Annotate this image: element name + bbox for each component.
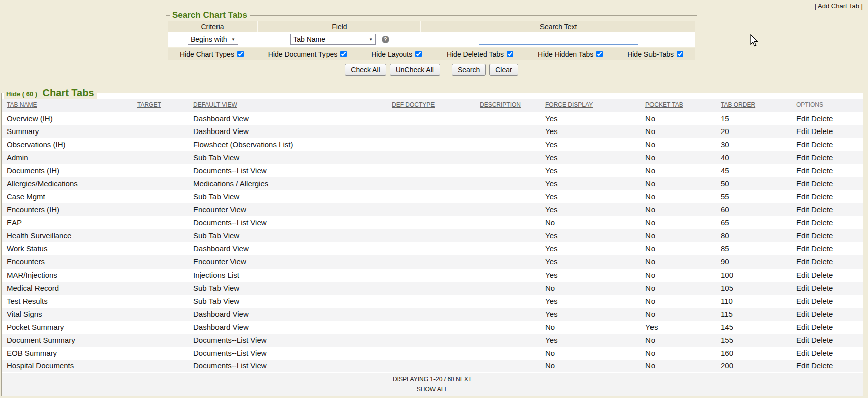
- options-column-header: OPTIONS: [796, 101, 823, 108]
- edit-link[interactable]: Edit: [796, 284, 809, 292]
- delete-link[interactable]: Delete: [811, 284, 833, 292]
- edit-link[interactable]: Edit: [796, 361, 809, 370]
- delete-link[interactable]: Delete: [811, 297, 833, 305]
- sort-description[interactable]: DESCRIPTION: [480, 101, 521, 108]
- separator: |: [815, 2, 816, 10]
- search-text-input[interactable]: [479, 34, 638, 45]
- edit-link[interactable]: Edit: [796, 257, 809, 266]
- options-cell: Edit Delete: [791, 229, 863, 242]
- pocket-tab-cell: No: [640, 308, 716, 321]
- sort-default-view[interactable]: DEFAULT VIEW: [193, 101, 237, 108]
- edit-link[interactable]: Edit: [796, 336, 809, 344]
- delete-link[interactable]: Delete: [811, 153, 833, 162]
- edit-link[interactable]: Edit: [796, 127, 809, 136]
- sort-pocket-tab[interactable]: POCKET TAB: [645, 101, 683, 108]
- hide-filter-input[interactable]: [677, 51, 683, 57]
- table-header-row: TAB NAME TARGET DEFAULT VIEW DEF DOCTYPE…: [2, 99, 863, 112]
- search-panel-title: Search Chart Tabs: [170, 10, 250, 20]
- hide-filter-checkbox[interactable]: Hide Sub-Tabs: [627, 50, 683, 58]
- hide-filter-input[interactable]: [237, 51, 244, 57]
- delete-link[interactable]: Delete: [811, 192, 833, 201]
- delete-link[interactable]: Delete: [811, 336, 833, 344]
- edit-link[interactable]: Edit: [796, 297, 809, 305]
- edit-link[interactable]: Edit: [796, 349, 809, 357]
- hide-filter-checkbox[interactable]: Hide Layouts: [371, 50, 422, 58]
- pocket-tab-cell: No: [640, 255, 716, 269]
- show-all-row: SHOW ALL: [2, 384, 863, 396]
- delete-link[interactable]: Delete: [811, 310, 833, 318]
- uncheck-all-button[interactable]: UnCheck All: [390, 64, 440, 76]
- check-all-button[interactable]: Check All: [345, 64, 386, 76]
- delete-link[interactable]: Delete: [811, 323, 833, 331]
- target-cell: [132, 229, 188, 242]
- delete-link[interactable]: Delete: [811, 231, 833, 240]
- delete-link[interactable]: Delete: [811, 349, 833, 357]
- delete-link[interactable]: Delete: [811, 179, 833, 188]
- hide-filter-input[interactable]: [415, 51, 422, 57]
- description-cell: [475, 255, 540, 269]
- edit-link[interactable]: Edit: [796, 179, 809, 188]
- description-cell: [475, 229, 540, 242]
- search-button[interactable]: Search: [452, 64, 486, 76]
- default-view-cell: Sub Tab View: [188, 282, 387, 295]
- sort-tab-order[interactable]: TAB ORDER: [721, 101, 755, 108]
- delete-link[interactable]: Delete: [811, 114, 833, 123]
- sort-force-display[interactable]: FORCE DISPLAY: [545, 101, 593, 108]
- sort-target[interactable]: TARGET: [137, 101, 161, 108]
- table-row: Overview (IH)Dashboard ViewYesNo15Edit D…: [2, 112, 863, 125]
- delete-link[interactable]: Delete: [811, 205, 833, 214]
- pocket-tab-cell: No: [640, 112, 716, 125]
- hide-filter-checkbox[interactable]: Hide Hidden Tabs: [538, 50, 603, 58]
- default-view-cell: Dashboard View: [188, 308, 387, 321]
- hide-filter-checkbox[interactable]: Hide Document Types: [268, 50, 347, 58]
- hide-filter-input[interactable]: [340, 51, 347, 57]
- delete-link[interactable]: Delete: [811, 257, 833, 266]
- help-icon[interactable]: ?: [382, 36, 389, 43]
- table-row: SummaryDashboard ViewYesNo20Edit Delete: [2, 125, 863, 138]
- delete-link[interactable]: Delete: [811, 218, 833, 227]
- tab-name-cell: Work Status: [2, 242, 132, 255]
- hide-filter-checkbox[interactable]: Hide Deleted Tabs: [447, 50, 513, 58]
- pocket-tab-cell: No: [640, 334, 716, 347]
- edit-link[interactable]: Edit: [796, 218, 809, 227]
- edit-link[interactable]: Edit: [796, 271, 809, 279]
- add-chart-tab-link[interactable]: Add Chart Tab: [818, 2, 859, 10]
- tab-order-cell: 85: [716, 242, 791, 255]
- delete-link[interactable]: Delete: [811, 271, 833, 279]
- edit-link[interactable]: Edit: [796, 140, 809, 149]
- force-display-cell: No: [540, 321, 640, 334]
- chart-tabs-panel: Hide ( 60 ) Chart Tabs TAB NAME TARGET D…: [1, 87, 863, 396]
- edit-link[interactable]: Edit: [796, 114, 809, 123]
- def-doctype-cell: [387, 164, 475, 177]
- edit-link[interactable]: Edit: [796, 192, 809, 201]
- edit-link[interactable]: Edit: [796, 244, 809, 253]
- edit-link[interactable]: Edit: [796, 153, 809, 162]
- hide-filter-input[interactable]: [596, 51, 603, 57]
- show-all-link[interactable]: SHOW ALL: [417, 386, 448, 393]
- table-row: EAPDocuments--List ViewNoNo65Edit Delete: [2, 216, 863, 229]
- default-view-cell: Sub Tab View: [188, 229, 387, 242]
- delete-link[interactable]: Delete: [811, 361, 833, 370]
- default-view-cell: Documents--List View: [188, 216, 387, 229]
- next-page-link[interactable]: NEXT: [456, 376, 472, 383]
- edit-link[interactable]: Edit: [796, 231, 809, 240]
- edit-link[interactable]: Edit: [796, 310, 809, 318]
- hide-count-link[interactable]: Hide ( 60 ): [6, 90, 37, 98]
- delete-link[interactable]: Delete: [811, 140, 833, 149]
- options-cell: Edit Delete: [791, 177, 863, 190]
- edit-link[interactable]: Edit: [796, 205, 809, 214]
- chart-tabs-legend: Hide ( 60 ) Chart Tabs: [4, 87, 97, 99]
- sort-def-doctype[interactable]: DEF DOCTYPE: [392, 101, 435, 108]
- sort-tab-name[interactable]: TAB NAME: [7, 101, 37, 108]
- edit-link[interactable]: Edit: [796, 323, 809, 331]
- clear-button[interactable]: Clear: [489, 64, 518, 76]
- edit-link[interactable]: Edit: [796, 166, 809, 175]
- delete-link[interactable]: Delete: [811, 127, 833, 136]
- field-select[interactable]: Tab Name: [290, 34, 376, 45]
- hide-filter-checkbox[interactable]: Hide Chart Types: [180, 50, 244, 58]
- default-view-cell: Documents--List View: [188, 347, 387, 360]
- delete-link[interactable]: Delete: [811, 166, 833, 175]
- criteria-select[interactable]: Begins with: [188, 34, 238, 45]
- hide-filter-input[interactable]: [507, 51, 513, 57]
- delete-link[interactable]: Delete: [811, 244, 833, 253]
